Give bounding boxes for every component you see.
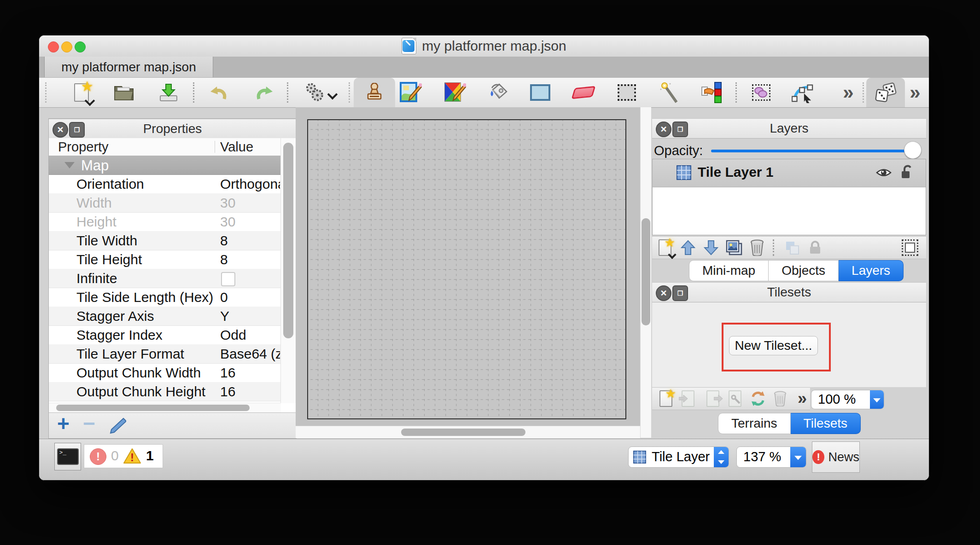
tab-label: my platformer map.json xyxy=(61,60,196,75)
new-dropdown-chevron-icon xyxy=(85,96,95,106)
edit-property-button[interactable] xyxy=(108,417,126,434)
property-row[interactable]: Tile Side Length (Hex) 0 xyxy=(49,288,281,307)
layers-title: Layers xyxy=(652,119,926,138)
opacity-label: Opacity: xyxy=(654,143,703,158)
canvas-hscroll-thumb[interactable] xyxy=(401,429,525,436)
property-group-map[interactable]: Map xyxy=(49,156,296,175)
new-tileset-toolbar-button[interactable]: ★ xyxy=(656,388,676,409)
refresh-tileset-button[interactable] xyxy=(748,388,768,409)
import-tileset-button-disabled[interactable] xyxy=(678,388,698,409)
same-tile-select-icon xyxy=(701,81,722,104)
properties-footer: + − xyxy=(49,412,296,438)
tab-objects[interactable]: Objects xyxy=(769,260,839,281)
property-row[interactable]: Stagger Index Odd xyxy=(49,325,281,345)
raise-layer-button[interactable] xyxy=(678,238,698,258)
error-icon: ! xyxy=(90,448,106,465)
map-canvas-grid[interactable] xyxy=(307,119,626,419)
layer-select-stepper-icon xyxy=(714,447,729,467)
canvas-vscroll-thumb[interactable] xyxy=(642,218,650,325)
open-file-button[interactable] xyxy=(113,81,135,104)
collapse-triangle-icon[interactable] xyxy=(64,162,75,168)
toolbar-overflow-button[interactable]: » xyxy=(837,81,859,104)
property-row[interactable]: Tile Width 8 xyxy=(49,231,281,250)
property-row[interactable]: Infinite xyxy=(49,269,281,288)
property-row[interactable]: Output Chunk Height 16 xyxy=(49,382,281,401)
duplicate-layer-button[interactable] xyxy=(724,238,744,258)
delete-layer-button[interactable] xyxy=(747,238,767,258)
opacity-slider[interactable] xyxy=(711,150,908,152)
new-layer-button[interactable]: ★ xyxy=(655,238,675,258)
toolbar-overflow-button-2[interactable]: » xyxy=(904,81,926,104)
property-row[interactable]: Stagger Axis Y xyxy=(49,307,281,326)
random-mode-button[interactable] xyxy=(875,81,897,104)
lower-layer-button[interactable] xyxy=(701,238,721,258)
bucket-fill-button[interactable] xyxy=(487,81,509,104)
document-icon xyxy=(402,38,416,54)
redo-button[interactable] xyxy=(253,81,275,104)
stamp-brush-button[interactable] xyxy=(363,81,385,104)
titlebar[interactable]: my platformer map.json xyxy=(39,35,929,57)
rectangular-select-button[interactable] xyxy=(616,81,638,104)
eraser-button[interactable] xyxy=(572,81,595,104)
view-zoom-select[interactable]: 137 % xyxy=(736,446,806,468)
new-map-button[interactable]: ★ xyxy=(70,81,93,104)
toolbar-handle xyxy=(349,82,350,103)
terrain-brush-button[interactable] xyxy=(400,81,422,104)
select-objects-button[interactable] xyxy=(750,81,772,104)
opacity-slider-knob[interactable] xyxy=(904,141,922,159)
undo-button[interactable] xyxy=(208,81,230,104)
remove-property-button[interactable]: − xyxy=(83,411,95,436)
new-tileset-button[interactable]: New Tileset... xyxy=(729,336,818,355)
toolbar-handle[interactable] xyxy=(45,82,47,103)
layer-name: Tile Layer 1 xyxy=(698,164,774,180)
property-row[interactable]: Height 30 xyxy=(49,212,281,232)
tab-terrains[interactable]: Terrains xyxy=(718,413,791,434)
console-button[interactable]: >_ xyxy=(54,443,81,470)
properties-vscroll-thumb[interactable] xyxy=(283,143,293,338)
lock-layer-button-disabled[interactable] xyxy=(805,238,825,258)
tilesets-overflow-button[interactable]: » xyxy=(792,388,812,409)
canvas-vertical-scrollbar[interactable] xyxy=(640,107,651,438)
add-property-button[interactable]: + xyxy=(57,411,70,436)
layer-visible-eye-icon[interactable] xyxy=(876,167,892,179)
new-layer-icon: ★ xyxy=(659,239,671,256)
same-tile-select-button[interactable] xyxy=(700,81,723,104)
tileset-zoom-select[interactable]: 100 % xyxy=(811,390,884,409)
property-row[interactable]: Output Chunk Width 16 xyxy=(49,363,281,383)
shape-fill-button[interactable] xyxy=(529,81,551,104)
properties-hscroll-thumb[interactable] xyxy=(56,405,250,411)
shape-rectangle-icon xyxy=(530,84,550,101)
highlight-layer-button-disabled[interactable] xyxy=(782,238,802,258)
new-tileset-icon: ★ xyxy=(659,390,672,407)
view-zoom-chevron-icon xyxy=(790,447,806,467)
highlight-current-layer-button[interactable] xyxy=(900,238,920,258)
property-row[interactable]: Tile Height 8 xyxy=(49,250,281,269)
tab-layers[interactable]: Layers xyxy=(839,260,904,281)
canvas-horizontal-scrollbar[interactable] xyxy=(296,426,640,438)
tab-my-platformer-map[interactable]: my platformer map.json xyxy=(44,57,213,77)
delete-tileset-button-disabled[interactable] xyxy=(770,388,790,409)
layer-unlocked-icon[interactable] xyxy=(901,165,914,180)
save-button[interactable] xyxy=(158,81,180,104)
property-row[interactable]: Tile Layer Format Base64 (z xyxy=(49,344,281,364)
edit-polygons-button[interactable] xyxy=(792,81,814,104)
edit-tileset-button-disabled[interactable] xyxy=(725,388,745,409)
export-tileset-button-disabled[interactable] xyxy=(703,388,723,409)
properties-header: ✕ ❐ Properties xyxy=(49,119,296,139)
infinite-checkbox[interactable] xyxy=(221,272,235,286)
property-row[interactable]: Orientation Orthogona xyxy=(49,174,281,194)
news-button[interactable]: ! News xyxy=(812,441,860,473)
layer-row-tile-layer-1[interactable]: Tile Layer 1 xyxy=(653,159,926,187)
news-alert-icon: ! xyxy=(812,450,824,464)
bucket-fill-variations-button[interactable] xyxy=(444,81,466,104)
tab-tilesets[interactable]: Tilesets xyxy=(791,413,861,434)
magic-wand-button[interactable] xyxy=(659,81,681,104)
main-toolbar: ★ xyxy=(39,78,929,108)
execute-command-button[interactable] xyxy=(304,81,336,104)
tab-mini-map[interactable]: Mini-map xyxy=(689,260,769,281)
issues-box[interactable]: ! 0 ! 1 xyxy=(84,444,163,468)
layers-panel-header-wrap: ✕ ❐ Layers xyxy=(652,118,926,139)
current-layer-select[interactable]: Tile Layer 1 xyxy=(628,446,729,468)
property-row[interactable]: Width 30 xyxy=(49,193,281,213)
properties-vertical-scrollbar[interactable] xyxy=(280,138,296,403)
